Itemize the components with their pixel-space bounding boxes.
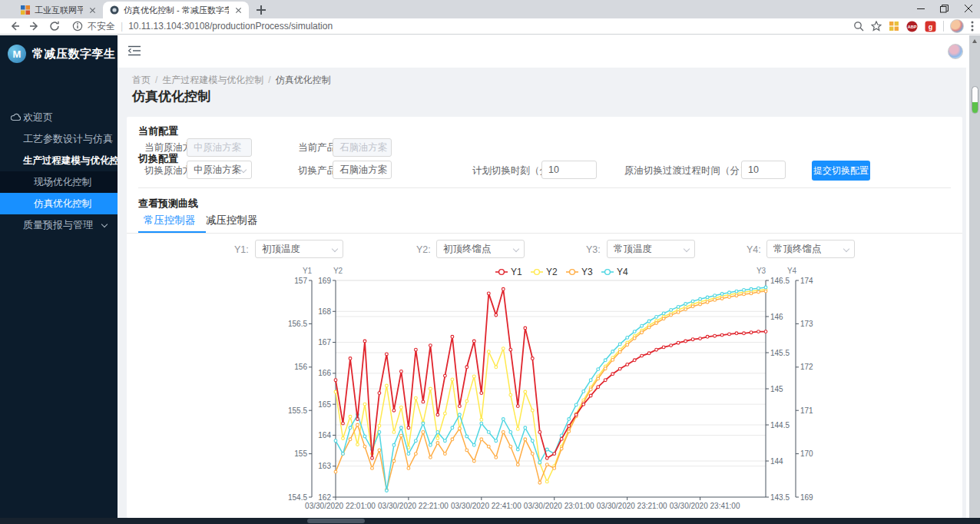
svg-text:03/30/2020 22:21:00: 03/30/2020 22:21:00 [378,502,449,510]
sidebar-item-label: 仿真优化控制 [34,197,91,211]
close-window-button[interactable] [956,0,980,17]
submit-switch-config-button[interactable]: 提交切换配置 [812,161,870,181]
new-tab-button[interactable] [255,4,267,16]
breadcrumb-home[interactable]: 首页 [132,75,151,85]
browser-menu-icon[interactable] [971,21,974,32]
y2-selector[interactable]: 初顶终馏点 [436,240,525,258]
current-config-title: 当前配置 [138,124,178,138]
svg-text:157: 157 [294,277,307,285]
horizontal-scrollbar-thumb[interactable] [307,519,365,523]
toolbar-divider [943,21,944,32]
axis-y4: 174173172171170169Y4 [787,267,813,502]
legend-item-y3[interactable]: Y3 [566,267,593,277]
url-text[interactable]: 10.11.13.104:30108/productionProcess/sim… [128,21,333,32]
chevron-down-icon [513,246,519,252]
svg-text:Y1: Y1 [303,267,313,275]
bookmark-star-icon[interactable] [871,21,882,32]
svg-text:145.5: 145.5 [770,349,790,357]
svg-text:Y3: Y3 [757,267,766,275]
switch-product-select[interactable]: 石脑油方案 [333,161,392,179]
svg-text:Y1: Y1 [511,267,522,277]
y1-selector[interactable]: 初顶温度 [255,240,343,258]
y3-selector[interactable]: 常顶温度 [607,240,695,258]
sidebar-item-label: 生产过程建模与优化控制 [23,154,129,167]
tab-strip: 工业互联网平台应用商店 仿真优化控制 - 常减压数字孪生 [0,0,980,18]
y4-selector-value: 常顶终馏点 [773,244,822,254]
transition-time-input[interactable] [741,161,786,179]
page-title: 仿真优化控制 [132,88,210,105]
scroll-up-icon[interactable] [972,39,977,43]
address-bar[interactable]: 不安全 | 10.11.13.104:30108/productionProce… [0,18,980,35]
minimize-button[interactable] [909,0,932,17]
sidebar-item-welcome[interactable]: 欢迎页 [0,107,118,128]
y1-selector-label: Y1: [234,241,249,258]
legend-item-y2[interactable]: Y2 [531,267,558,277]
sidebar-item-onsite-control[interactable]: 现场优化控制 [0,171,118,193]
legend-item-y1[interactable]: Y1 [495,267,522,277]
chart-legend: Y1Y2Y3Y4 [495,267,628,277]
legend-item-y4[interactable]: Y4 [601,267,628,277]
sidebar-item-simulation-control[interactable]: 仿真优化控制 [0,193,118,214]
svg-text:155.5: 155.5 [288,406,307,415]
browser-tab-simulation[interactable]: 仿真优化控制 - 常减压数字孪生 [103,2,249,18]
svg-text:168: 168 [318,307,331,316]
sidebar-item-production-modeling[interactable]: 生产过程建模与优化控制 [0,150,118,171]
menu-fold-icon[interactable] [128,45,141,56]
svg-text:156.5: 156.5 [288,320,307,328]
tab-atmospheric-controller[interactable]: 常压控制器 [144,214,196,227]
zoom-icon[interactable] [853,21,864,32]
app-logo: M 常减压数字孪生 [0,38,118,69]
breadcrumb-separator: / [155,75,157,85]
refresh-icon[interactable] [49,21,60,32]
url-divider: | [121,21,123,32]
svg-text:164: 164 [318,431,331,439]
breadcrumb-separator: / [268,75,270,85]
user-avatar[interactable] [948,44,963,59]
svg-text:167: 167 [318,338,331,347]
svg-text:03/30/2020 22:41:00: 03/30/2020 22:41:00 [451,502,521,510]
vertical-scrollbar[interactable] [969,35,980,518]
browser-tab-store[interactable]: 工业互联网平台应用商店 [14,2,103,18]
chevron-down-icon [101,221,108,227]
forward-icon[interactable] [29,21,40,32]
svg-text:03/30/2020 22:01:00: 03/30/2020 22:01:00 [305,502,376,510]
horizontal-scrollbar[interactable] [0,518,980,524]
y4-selector[interactable]: 常顶终馏点 [766,240,855,258]
extension-red-square-icon[interactable]: g [925,21,936,32]
extension-grid-icon[interactable] [889,21,899,32]
switch-crude-select[interactable]: 中原油方案 [187,161,252,179]
breadcrumb: 首页/生产过程建模与优化控制/仿真优化控制 [132,74,331,87]
y2-selector-value: 初顶终馏点 [443,244,492,254]
security-label: 不安全 [88,20,115,33]
axis-x: 03/30/2020 22:01:0003/30/2020 22:21:0003… [305,497,766,510]
svg-text:ABP: ABP [908,24,917,28]
sidebar-item-process-design[interactable]: 工艺参数设计与仿真 [0,128,118,150]
app-header [118,35,980,68]
logo-title: 常减压数字孪生 [32,47,116,61]
info-icon[interactable] [72,21,83,32]
browser-profile-avatar[interactable] [950,19,964,33]
restore-button[interactable] [932,0,956,17]
svg-text:166: 166 [318,369,331,377]
close-tab-icon[interactable] [87,4,99,16]
tab-vacuum-controller[interactable]: 减压控制器 [206,214,258,227]
extension-abp-icon[interactable]: ABP [906,21,918,32]
breadcrumb-module[interactable]: 生产过程建模与优化控制 [162,75,263,85]
svg-text:146.5: 146.5 [770,277,790,285]
close-tab-icon[interactable] [233,4,245,16]
main-card: 当前配置 当前原油方案： 中原油方案 当前产品方案： 石脑油方案 切换配置 切换… [127,117,962,518]
svg-text:162: 162 [318,493,331,502]
svg-text:Y3: Y3 [581,267,593,277]
svg-text:144: 144 [770,457,783,466]
plan-time-input[interactable] [541,161,597,179]
switch-crude-value: 中原油方案 [194,164,242,175]
y4-selector-label: Y4: [747,241,761,258]
svg-text:03/30/2020 23:41:00: 03/30/2020 23:41:00 [670,502,740,510]
home-icon [11,113,21,121]
y1-selector-value: 初顶温度 [262,244,300,254]
sidebar-item-label: 质量预报与管理 [23,218,93,232]
vertical-scrollbar-thumb[interactable] [972,86,978,114]
sidebar-item-quality-management[interactable]: 质量预报与管理 [0,214,118,236]
breadcrumb-current: 仿真优化控制 [276,75,331,85]
back-icon[interactable] [9,21,20,32]
